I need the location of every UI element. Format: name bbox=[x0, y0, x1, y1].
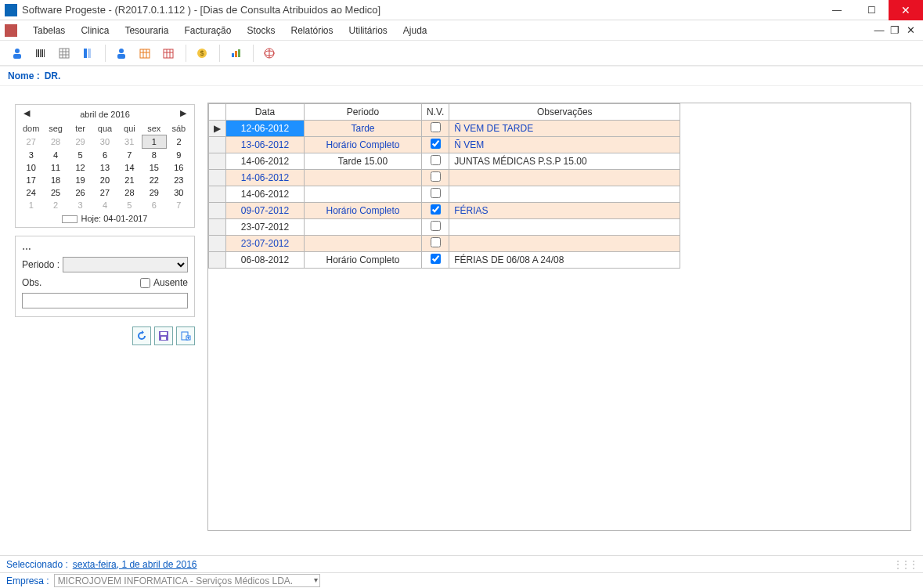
svg-rect-5 bbox=[41, 49, 43, 57]
svg-rect-2 bbox=[36, 49, 37, 57]
menu-facturação[interactable]: Facturação bbox=[176, 25, 239, 36]
svg-rect-1 bbox=[13, 54, 21, 59]
svg-rect-13 bbox=[88, 49, 91, 58]
toolbar: $ bbox=[0, 41, 923, 66]
window-title: Software Progeste - (R2017.0.1.112 ) - [… bbox=[22, 4, 820, 16]
svg-text:$: $ bbox=[200, 49, 204, 57]
maximize-button[interactable]: ☐ bbox=[854, 0, 889, 20]
menu-ajuda[interactable]: Ajuda bbox=[395, 25, 435, 36]
tb-user-button[interactable] bbox=[6, 42, 28, 64]
svg-rect-6 bbox=[44, 49, 45, 57]
svg-rect-26 bbox=[232, 53, 234, 57]
svg-rect-16 bbox=[140, 49, 150, 58]
svg-rect-15 bbox=[117, 54, 125, 59]
form-icon bbox=[5, 24, 17, 37]
svg-point-14 bbox=[119, 49, 124, 53]
tb-money-button[interactable]: $ bbox=[191, 42, 213, 64]
name-row: Nome : DR. bbox=[0, 66, 923, 86]
menu-utilitários[interactable]: Utilitários bbox=[341, 25, 395, 36]
name-label: Nome : bbox=[8, 70, 40, 81]
tb-user2-button[interactable] bbox=[110, 42, 132, 64]
tb-barcode-button[interactable] bbox=[30, 42, 52, 64]
svg-rect-3 bbox=[38, 49, 39, 57]
name-value: DR. bbox=[45, 70, 61, 81]
tb-globe-button[interactable] bbox=[258, 42, 280, 64]
menubar: TabelasClinicaTesourariaFacturaçãoStocks… bbox=[0, 20, 923, 41]
mdi-close-button[interactable]: ✕ bbox=[903, 24, 918, 36]
tb-chart-button[interactable] bbox=[225, 42, 247, 64]
svg-rect-7 bbox=[59, 49, 69, 58]
svg-rect-20 bbox=[164, 49, 173, 58]
titlebar: Software Progeste - (R2017.0.1.112 ) - [… bbox=[0, 0, 923, 20]
app-icon bbox=[5, 4, 17, 16]
mdi-restore-button[interactable]: ❐ bbox=[887, 24, 903, 36]
svg-rect-28 bbox=[238, 49, 240, 57]
minimize-button[interactable]: — bbox=[820, 0, 854, 20]
tb-cal-red-button[interactable] bbox=[157, 42, 179, 64]
menu-clinica[interactable]: Clinica bbox=[73, 25, 117, 36]
menu-tesouraria[interactable]: Tesouraria bbox=[117, 25, 176, 36]
tb-cal-orange-button[interactable] bbox=[134, 42, 156, 64]
close-button[interactable]: ✕ bbox=[889, 0, 923, 20]
mdi-minimize-button[interactable]: — bbox=[871, 24, 887, 36]
tb-grid-button[interactable] bbox=[53, 42, 75, 64]
svg-rect-4 bbox=[40, 49, 41, 57]
tb-book-button[interactable] bbox=[77, 42, 99, 64]
menu-tabelas[interactable]: Tabelas bbox=[25, 25, 73, 36]
svg-point-0 bbox=[15, 49, 20, 53]
menu-relatórios[interactable]: Relatórios bbox=[283, 25, 341, 36]
svg-rect-12 bbox=[84, 49, 87, 58]
svg-rect-27 bbox=[235, 51, 237, 57]
menu-stocks[interactable]: Stocks bbox=[239, 25, 283, 36]
